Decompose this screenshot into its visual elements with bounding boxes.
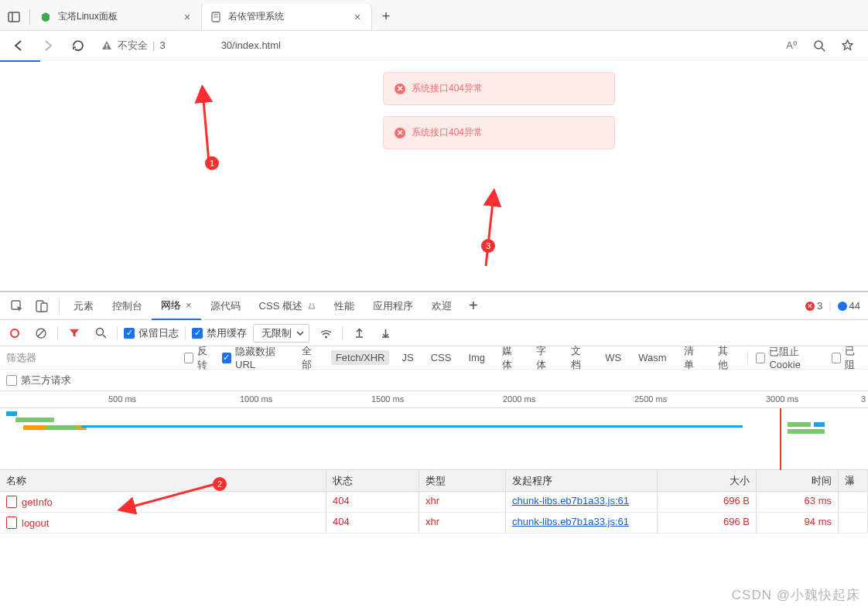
col-size[interactable]: 大小 bbox=[658, 470, 757, 491]
url-box[interactable]: 不安全 | 3 30/index.html bbox=[93, 34, 778, 57]
tab-elements[interactable]: 元素 bbox=[64, 292, 103, 320]
insecure-badge: 不安全 bbox=[101, 39, 148, 53]
document-icon bbox=[6, 517, 17, 529]
blocked-requests-checkbox[interactable]: 已阻 bbox=[832, 344, 862, 372]
col-initiator[interactable]: 发起程序 bbox=[506, 470, 658, 491]
download-icon[interactable] bbox=[375, 323, 395, 343]
watermark-text: CSDN @小魏快起床 bbox=[732, 586, 860, 604]
filter-font[interactable]: 字体 bbox=[531, 343, 558, 373]
svg-rect-5 bbox=[106, 44, 108, 47]
svg-point-7 bbox=[815, 41, 822, 49]
third-party-checkbox[interactable]: 第三方请求 bbox=[6, 373, 71, 387]
back-button[interactable] bbox=[5, 32, 32, 59]
throttling-select[interactable]: 无限制 bbox=[253, 324, 309, 343]
error-alert: ✕ 系统接口404异常 bbox=[383, 116, 615, 149]
filter-fetch-xhr[interactable]: Fetch/XHR bbox=[331, 350, 390, 365]
reload-button[interactable] bbox=[63, 32, 91, 59]
favorite-icon[interactable] bbox=[836, 34, 859, 57]
warning-icon bbox=[101, 39, 113, 52]
filter-manifest[interactable]: 清单 bbox=[679, 343, 706, 373]
tab-title: 宝塔Linux面板 bbox=[58, 10, 175, 23]
invert-checkbox[interactable]: 反转 bbox=[184, 344, 214, 372]
network-row[interactable]: logout 404 xhr chunk-libs.eb7b1a33.js:61… bbox=[0, 513, 868, 534]
url-blurred bbox=[170, 39, 217, 53]
filter-wasm[interactable]: Wasm bbox=[634, 350, 671, 365]
tab-sources[interactable]: 源代码 bbox=[201, 292, 250, 320]
bt-favicon-icon bbox=[39, 11, 52, 23]
col-time[interactable]: 时间 bbox=[757, 470, 839, 491]
filter-css[interactable]: CSS bbox=[426, 350, 456, 365]
preserve-log-checkbox[interactable]: ✓保留日志 bbox=[124, 326, 179, 340]
reader-mode-icon[interactable]: A⁰ bbox=[780, 34, 803, 57]
blocked-cookies-checkbox[interactable]: 已阻止 Cookie bbox=[756, 345, 824, 370]
hide-data-url-checkbox[interactable]: ✓隐藏数据 URL bbox=[222, 345, 289, 370]
tab-console[interactable]: 控制台 bbox=[103, 292, 152, 320]
chevron-down-icon bbox=[296, 329, 304, 337]
inspect-icon[interactable] bbox=[5, 294, 29, 319]
svg-point-18 bbox=[325, 336, 327, 338]
disable-cache-checkbox[interactable]: ✓禁用缓存 bbox=[192, 326, 247, 340]
tab-performance[interactable]: 性能 bbox=[325, 292, 364, 320]
annotation-badge-2: 2 bbox=[213, 477, 227, 491]
document-icon bbox=[6, 496, 17, 508]
filter-toggle-icon[interactable] bbox=[64, 323, 84, 343]
tab-welcome[interactable]: 欢迎 bbox=[422, 292, 461, 320]
annotation-arrow-3: 3 bbox=[432, 189, 509, 274]
upload-icon[interactable] bbox=[349, 323, 369, 343]
col-waterfall[interactable]: 瀑 bbox=[839, 470, 868, 491]
search-icon[interactable] bbox=[808, 34, 831, 57]
add-tab-icon[interactable]: + bbox=[461, 294, 486, 319]
window-panel-icon[interactable] bbox=[0, 5, 28, 29]
progress-bar bbox=[0, 60, 40, 62]
insecure-label: 不安全 bbox=[118, 39, 148, 53]
filter-img[interactable]: Img bbox=[463, 350, 490, 365]
filter-all[interactable]: 全部 bbox=[297, 343, 323, 373]
filter-other[interactable]: 其他 bbox=[713, 343, 740, 373]
annotation-arrow-1: 1 bbox=[162, 85, 224, 170]
filter-js[interactable]: JS bbox=[397, 350, 418, 365]
filter-ws[interactable]: WS bbox=[600, 350, 626, 365]
annotation-arrow-2: 2 bbox=[93, 441, 232, 514]
filter-doc[interactable]: 文档 bbox=[566, 343, 593, 373]
record-button[interactable] bbox=[5, 323, 25, 343]
initiator-link[interactable]: chunk-libs.eb7b1a33.js:61 bbox=[512, 495, 629, 506]
svg-point-16 bbox=[96, 329, 103, 336]
info-count-badge[interactable]: 44 bbox=[838, 300, 860, 312]
browser-tab-2[interactable]: 若依管理系统 × bbox=[202, 4, 372, 30]
clear-button[interactable] bbox=[31, 323, 51, 343]
alert-text: 系统接口404异常 bbox=[412, 82, 483, 95]
annotation-badge-1: 1 bbox=[205, 156, 219, 170]
alert-stack: ✕ 系统接口404异常 ✕ 系统接口404异常 bbox=[383, 72, 615, 160]
filter-input[interactable]: 筛选器 bbox=[6, 351, 53, 365]
beaker-icon bbox=[308, 302, 316, 310]
svg-line-8 bbox=[822, 48, 825, 51]
url-prefix: 3 bbox=[159, 39, 165, 51]
device-toggle-icon[interactable] bbox=[29, 294, 54, 319]
search-icon[interactable] bbox=[91, 323, 111, 343]
svg-line-15 bbox=[38, 330, 44, 336]
svg-line-17 bbox=[103, 335, 106, 338]
new-tab-button[interactable]: + bbox=[372, 4, 400, 30]
svg-rect-0 bbox=[9, 12, 19, 22]
tab-close-icon[interactable]: × bbox=[351, 11, 364, 23]
devtools-tabbar: 元素 控制台 网络× 源代码 CSS 概述 性能 应用程序 欢迎 + ✕3 | … bbox=[0, 292, 868, 320]
annotation-badge-3: 3 bbox=[481, 239, 495, 253]
address-bar: 不安全 | 3 30/index.html A⁰ bbox=[0, 31, 868, 60]
close-icon[interactable]: × bbox=[186, 299, 192, 311]
svg-rect-13 bbox=[41, 303, 47, 312]
initiator-link[interactable]: chunk-libs.eb7b1a33.js:61 bbox=[512, 516, 629, 527]
col-status[interactable]: 状态 bbox=[326, 470, 419, 491]
network-filter-row: 筛选器 反转 ✓隐藏数据 URL 全部 Fetch/XHR JS CSS Img… bbox=[0, 346, 868, 370]
tab-network[interactable]: 网络× bbox=[152, 292, 201, 320]
tab-application[interactable]: 应用程序 bbox=[364, 292, 422, 320]
tab-close-icon[interactable]: × bbox=[181, 11, 193, 23]
svg-line-9 bbox=[203, 91, 209, 162]
tab-css-overview[interactable]: CSS 概述 bbox=[250, 292, 325, 320]
forward-button[interactable] bbox=[34, 32, 62, 59]
filter-media[interactable]: 媒体 bbox=[497, 343, 524, 373]
browser-tab-1[interactable]: 宝塔Linux面板 × bbox=[32, 4, 202, 30]
col-type[interactable]: 类型 bbox=[419, 470, 506, 491]
alert-text: 系统接口404异常 bbox=[412, 126, 483, 139]
wifi-icon[interactable] bbox=[316, 323, 336, 343]
error-count-badge[interactable]: ✕3 bbox=[805, 300, 822, 312]
